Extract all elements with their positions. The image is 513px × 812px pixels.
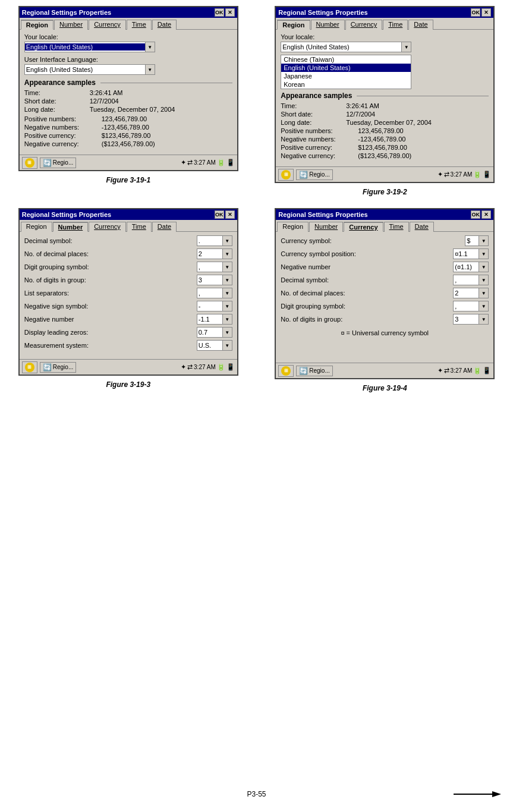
start-icon-4: ⊞ (281, 366, 291, 376)
decimal-places-dropdown-3[interactable]: 2 ▼ (197, 248, 232, 259)
currency-sym-pos-dropdown-4[interactable]: ¤1.1 ▼ (453, 248, 489, 259)
tab-date-1[interactable]: Date (152, 20, 177, 30)
tab-number-4[interactable]: Number (309, 222, 343, 232)
decimal-sym-arrow-4[interactable]: ▼ (479, 275, 488, 285)
tabs-2: Region Number Currency Time Date (276, 18, 493, 30)
dropdown-item-chinese-2[interactable]: Chinese (Taiwan) (281, 55, 411, 64)
tab-date-2[interactable]: Date (408, 20, 433, 30)
dropdown-item-korean-2[interactable]: Korean (281, 80, 411, 89)
dialog-2: Regional Settings Properties OK ✕ Region… (275, 6, 495, 183)
ok-button-3[interactable]: OK (215, 210, 224, 219)
regio-button-4[interactable]: 🔄 Regio... (296, 366, 332, 376)
list-sep-arrow-3[interactable]: ▼ (222, 288, 232, 298)
decimal-sym-row-4: Decimal symbol: , ▼ (281, 275, 489, 285)
currency-sym-arrow-4[interactable]: ▼ (479, 236, 488, 246)
neg-sign-arrow-3[interactable]: ▼ (222, 301, 232, 311)
close-button-3[interactable]: ✕ (225, 210, 235, 219)
decimal-sym-dropdown-3[interactable]: . ▼ (197, 235, 232, 246)
tab-number-1[interactable]: Number (54, 20, 88, 30)
digit-group-sym-dropdown-3[interactable]: , ▼ (197, 262, 232, 272)
digits-in-group-dropdown-4[interactable]: 3 ▼ (453, 314, 489, 325)
figure-1: Regional Settings Properties OK ✕ Region… (6, 6, 251, 196)
start-button-4[interactable]: ⊞ (278, 365, 294, 377)
tab-region-2[interactable]: Region (277, 20, 310, 30)
start-button-3[interactable]: ⊞ (22, 361, 37, 373)
digits-in-group-arrow-3[interactable]: ▼ (222, 275, 232, 285)
tab-currency-1[interactable]: Currency (89, 20, 126, 30)
digits-in-group-arrow-4[interactable]: ▼ (479, 314, 488, 324)
tab-currency-4[interactable]: Currency (344, 222, 383, 232)
tab-region-3[interactable]: Region (21, 222, 52, 232)
ui-lang-field-1: English (United States) ▼ (24, 64, 232, 75)
tab-number-3[interactable]: Number (53, 222, 89, 232)
figure-label-3: Figure 3-19-3 (106, 380, 150, 389)
close-button-1[interactable]: ✕ (225, 8, 235, 17)
list-sep-dropdown-3[interactable]: , ▼ (197, 288, 232, 298)
decimal-places-arrow-4[interactable]: ▼ (479, 288, 488, 298)
locale-dropdown-arrow-1[interactable]: ▼ (145, 42, 155, 52)
currency-sym-dropdown-4[interactable]: $ ▼ (465, 235, 489, 246)
app-row-time-2: Time: 3:26:41 AM (281, 102, 489, 109)
right-arrow-icon (454, 788, 501, 800)
taskbar-time-4: 3:27 AM (451, 367, 473, 374)
tab-currency-2[interactable]: Currency (345, 20, 383, 30)
decimal-sym-dropdown-4[interactable]: , ▼ (453, 275, 489, 285)
tab-date-3[interactable]: Date (152, 222, 177, 232)
dropdown-item-english-2[interactable]: English (United States) (281, 64, 411, 72)
close-button-2[interactable]: ✕ (481, 8, 491, 17)
universal-note-4: ¤ = Universal currency symbol (281, 329, 489, 336)
neg-number-dropdown-3[interactable]: -1.1 ▼ (197, 314, 232, 325)
tab-time-3[interactable]: Time (127, 222, 152, 232)
measurement-arrow-3[interactable]: ▼ (222, 341, 232, 350)
ui-lang-dropdown-1[interactable]: English (United States) ▼ (24, 64, 155, 75)
tab-region-4[interactable]: Region (277, 222, 309, 232)
locale-dropdown-2[interactable]: English (United States) ▼ (281, 42, 411, 52)
digits-in-group-dropdown-3[interactable]: 3 ▼ (197, 275, 232, 285)
neg-number-dropdown-4[interactable]: (¤1.1) ▼ (453, 262, 489, 272)
currency-sym-pos-arrow-4[interactable]: ▼ (479, 249, 488, 259)
tab-region-1[interactable]: Region (21, 20, 53, 30)
dropdown-item-japanese-2[interactable]: Japanese (281, 72, 411, 80)
antenna-icon-4: ✦ (438, 367, 443, 374)
close-button-4[interactable]: ✕ (481, 210, 491, 219)
start-button-1[interactable]: ⊞ (22, 157, 37, 169)
ok-button-2[interactable]: OK (471, 8, 480, 17)
taskbar-right-4: ✦ ⇄ 3:27 AM 🔋 📱 (438, 367, 492, 374)
neg-sign-dropdown-3[interactable]: - ▼ (197, 301, 232, 311)
tab-number-2[interactable]: Number (311, 20, 345, 30)
regio-button-1[interactable]: 🔄 Regio... (40, 158, 76, 168)
ui-lang-value-1: English (United States) (25, 66, 145, 73)
ok-button-1[interactable]: OK (215, 8, 224, 17)
start-button-2[interactable]: ⊞ (278, 169, 294, 181)
dialog-title-1: Regional Settings Properties (22, 9, 111, 16)
regio-button-2[interactable]: 🔄 Regio... (296, 169, 332, 180)
tab-time-1[interactable]: Time (127, 20, 152, 30)
dialog-title-2: Regional Settings Properties (278, 9, 367, 16)
locale-dropdown-1[interactable]: English (United States) ▼ (24, 42, 155, 52)
neg-number-arrow-3[interactable]: ▼ (222, 314, 232, 324)
digit-group-sym-dropdown-4[interactable]: , ▼ (453, 301, 489, 311)
decimal-places-dropdown-4[interactable]: 2 ▼ (453, 288, 489, 298)
ok-button-4[interactable]: OK (471, 210, 480, 219)
neg-number-arrow-4[interactable]: ▼ (479, 262, 488, 272)
locale-dropdown-arrow-2[interactable]: ▼ (401, 42, 411, 52)
locale-dropdown-list-2[interactable]: Chinese (Taiwan) English (United States)… (281, 55, 411, 89)
locale-field-2: English (United States) ▼ (281, 42, 489, 52)
tab-date-4[interactable]: Date (410, 222, 434, 232)
tab-time-2[interactable]: Time (383, 20, 408, 30)
digit-group-sym-arrow-3[interactable]: ▼ (222, 262, 232, 272)
leading-zeros-dropdown-3[interactable]: 0.7 ▼ (197, 327, 232, 338)
battery-icon-4: 🔋 (473, 367, 481, 374)
titlebar-4: Regional Settings Properties OK ✕ (276, 209, 493, 220)
locale-label-2: Your locale: (281, 33, 489, 40)
decimal-sym-arrow-3[interactable]: ▼ (222, 236, 232, 246)
digit-group-sym-arrow-4[interactable]: ▼ (479, 301, 488, 311)
tab-time-4[interactable]: Time (384, 222, 409, 232)
leading-zeros-arrow-3[interactable]: ▼ (222, 328, 232, 337)
measurement-dropdown-3[interactable]: U.S. ▼ (197, 340, 232, 351)
ui-lang-dropdown-arrow-1[interactable]: ▼ (145, 65, 155, 74)
taskbar-time-2: 3:27 AM (451, 171, 473, 178)
tab-currency-3[interactable]: Currency (89, 222, 126, 232)
regio-button-3[interactable]: 🔄 Regio... (40, 362, 76, 373)
decimal-places-arrow-3[interactable]: ▼ (222, 249, 232, 259)
